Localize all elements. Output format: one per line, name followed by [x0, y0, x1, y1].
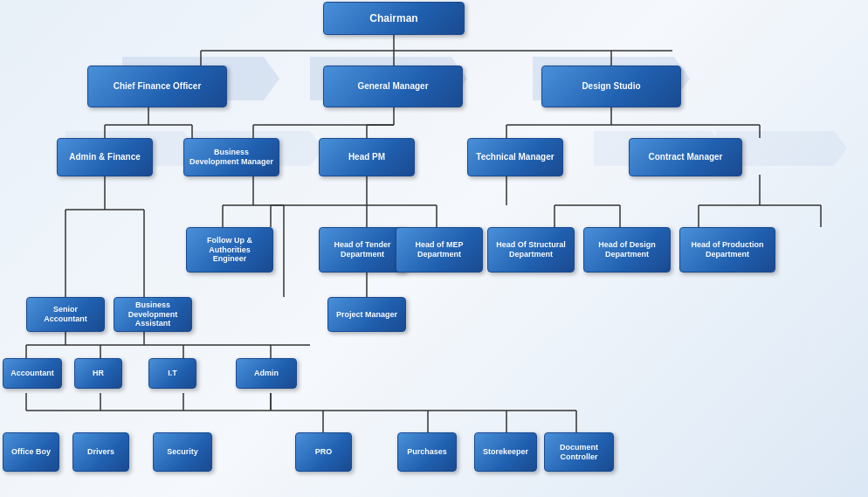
ds-node: Design Studio — [541, 66, 681, 107]
sa-node: Senior Accountant — [26, 297, 105, 332]
pm-node: Project Manager — [327, 297, 406, 332]
accountant-node: Accountant — [3, 358, 62, 389]
cm-node: Contract Manager — [629, 138, 742, 176]
storekeeper-node: Storekeeper — [474, 432, 537, 472]
admin-node: Admin — [236, 358, 297, 389]
tm-node: Technical Manager — [467, 138, 563, 176]
hr-node: HR — [74, 358, 122, 389]
homep-node: Head of MEP Department — [396, 227, 483, 273]
af-node: Admin & Finance — [57, 138, 153, 176]
drivers-node: Drivers — [72, 432, 129, 472]
doccontroller-node: Document Controller — [544, 432, 614, 472]
security-node: Security — [153, 432, 212, 472]
bdm-node: Business Development Manager — [183, 138, 279, 176]
bda-node: Business Development Assistant — [114, 297, 192, 332]
gm-node: General Manager — [323, 66, 463, 107]
officeboy-node: Office Boy — [3, 432, 59, 472]
chairman-node: Chairman — [323, 2, 465, 35]
hosd-node: Head Of Structural Department — [487, 227, 575, 273]
hopd-node: Head of Production Department — [679, 227, 775, 273]
hotd-node: Head of Tender Department — [319, 227, 406, 273]
purchases-node: Purchases — [397, 432, 457, 472]
cfo-node: Chief Finance Officer — [87, 66, 227, 107]
pro-node: PRO — [295, 432, 352, 472]
org-chart: Chairman Chief Finance Officer General M… — [0, 0, 868, 497]
headpm-node: Head PM — [319, 138, 415, 176]
followup-node: Follow Up & Authorities Engineer — [186, 227, 273, 273]
hod-node: Head of Design Department — [583, 227, 671, 273]
it-node: I.T — [148, 358, 196, 389]
